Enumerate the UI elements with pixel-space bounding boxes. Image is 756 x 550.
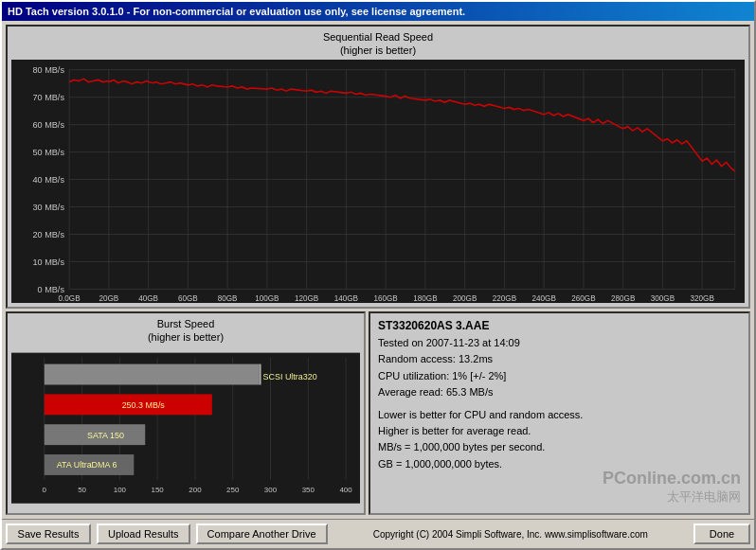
burst-chart-area: SCSI Ultra320 250.3 MB/s SATA 150 ATA Ul…: [11, 346, 360, 509]
svg-text:350: 350: [302, 485, 315, 493]
svg-rect-64: [45, 364, 260, 384]
footer: Save Results Upload Results Compare Anot…: [2, 519, 754, 548]
burst-chart-title: Burst Speed (higher is better): [148, 317, 224, 345]
tested-on: Tested on 2007-11-23 at 14:09: [378, 336, 741, 350]
note2: Higher is better for average read.: [378, 424, 741, 438]
bottom-row: Burst Speed (higher is better): [6, 311, 750, 515]
svg-text:100GB: 100GB: [255, 293, 279, 303]
svg-text:280GB: 280GB: [611, 293, 636, 303]
watermark-sub: 太平洋电脑网: [603, 488, 741, 506]
watermark-main: PConline.com.cn: [603, 469, 741, 488]
svg-text:400: 400: [339, 485, 352, 493]
svg-text:30 MB/s: 30 MB/s: [32, 201, 64, 211]
drive-title: ST3320620AS 3.AAE: [378, 319, 741, 332]
seq-chart: 80 MB/s 70 MB/s 60 MB/s 50 MB/s 40 MB/s …: [11, 60, 745, 303]
svg-text:80 MB/s: 80 MB/s: [32, 63, 64, 74]
info-panel: ST3320620AS 3.AAE Tested on 2007-11-23 a…: [369, 311, 750, 515]
svg-text:20GB: 20GB: [99, 293, 118, 303]
svg-text:60GB: 60GB: [178, 293, 198, 303]
svg-text:140GB: 140GB: [334, 293, 359, 303]
note3: MB/s = 1,000,000 bytes per second.: [378, 440, 741, 454]
svg-text:260GB: 260GB: [571, 293, 596, 303]
svg-text:300GB: 300GB: [651, 293, 675, 303]
burst-speed-panel: Burst Speed (higher is better): [6, 311, 366, 515]
notes: Lower is better for CPU and random acces…: [378, 408, 741, 472]
svg-text:120GB: 120GB: [295, 293, 319, 303]
average-read: Average read: 65.3 MB/s: [378, 385, 741, 399]
cpu-utilization: CPU utilization: 1% [+/- 2%]: [378, 369, 741, 383]
svg-text:250: 250: [226, 485, 240, 493]
svg-rect-65: [260, 364, 261, 384]
svg-text:300: 300: [264, 485, 278, 493]
svg-text:220GB: 220GB: [493, 293, 517, 303]
sequential-read-panel: Sequential Read Speed (higher is better): [6, 25, 750, 309]
svg-text:100: 100: [114, 485, 127, 493]
svg-text:60 MB/s: 60 MB/s: [32, 118, 64, 129]
upload-results-button[interactable]: Upload Results: [97, 523, 190, 544]
svg-text:SCSI Ultra320: SCSI Ultra320: [263, 371, 317, 381]
svg-text:250.3 MB/s: 250.3 MB/s: [122, 399, 166, 409]
svg-rect-0: [11, 60, 745, 303]
title-bar: HD Tach version 3.0.1.0 - For non-commer…: [2, 2, 754, 21]
random-access: Random access: 13.2ms: [378, 352, 741, 366]
compare-drive-button[interactable]: Compare Another Drive: [196, 523, 328, 544]
main-window: HD Tach version 3.0.1.0 - For non-commer…: [0, 0, 756, 550]
svg-text:180GB: 180GB: [413, 293, 438, 303]
svg-text:150: 150: [152, 485, 165, 493]
svg-text:40 MB/s: 40 MB/s: [32, 173, 64, 184]
svg-text:20 MB/s: 20 MB/s: [32, 228, 64, 239]
svg-text:160GB: 160GB: [373, 293, 398, 303]
svg-text:200GB: 200GB: [453, 293, 477, 303]
svg-text:200: 200: [189, 485, 202, 493]
content-area: Sequential Read Speed (higher is better): [2, 21, 754, 519]
watermark: PConline.com.cn 太平洋电脑网: [603, 469, 741, 506]
save-results-button[interactable]: Save Results: [6, 523, 91, 544]
done-button[interactable]: Done: [693, 523, 750, 544]
svg-text:320GB: 320GB: [691, 293, 715, 303]
svg-text:240GB: 240GB: [531, 293, 556, 303]
svg-text:50 MB/s: 50 MB/s: [32, 146, 64, 156]
svg-text:10 MB/s: 10 MB/s: [32, 256, 64, 266]
seq-chart-title: Sequential Read Speed (higher is better): [323, 30, 433, 58]
copyright: Copyright (C) 2004 Simpli Software, Inc.…: [333, 529, 688, 540]
svg-text:0.0GB: 0.0GB: [59, 293, 81, 303]
svg-text:40GB: 40GB: [138, 293, 158, 303]
svg-text:50: 50: [78, 485, 86, 493]
svg-text:80GB: 80GB: [218, 293, 238, 303]
svg-text:SATA 150: SATA 150: [87, 430, 124, 439]
svg-text:70 MB/s: 70 MB/s: [32, 91, 64, 101]
note1: Lower is better for CPU and random acces…: [378, 408, 741, 422]
svg-text:ATA UltraDMA 6: ATA UltraDMA 6: [57, 460, 117, 470]
svg-text:0 MB/s: 0 MB/s: [37, 283, 64, 293]
window-title: HD Tach version 3.0.1.0 - For non-commer…: [8, 6, 465, 17]
svg-text:0: 0: [43, 485, 47, 493]
